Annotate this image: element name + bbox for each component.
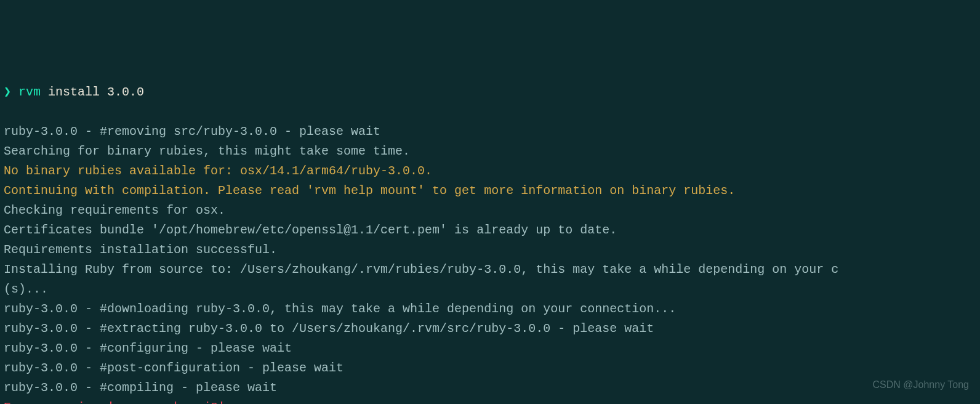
output-line: ruby-3.0.0 - #post-configuration - pleas… [4,361,343,375]
output-error: Error running '__rvm_make -j8', [4,400,233,404]
output-line: ruby-3.0.0 - #extracting ruby-3.0.0 to /… [4,321,654,336]
command-name: rvm [18,83,41,102]
output-line: ruby-3.0.0 - #compiling - please wait [4,381,277,395]
output-line: Checking requirements for osx. [4,203,225,217]
output-line: ruby-3.0.0 - #configuring - please wait [4,341,292,355]
command-args: install 3.0.0 [41,83,144,102]
prompt-char: ❯ [4,83,11,102]
prompt-line: ❯ rvm install 3.0.0 [4,83,976,102]
output-line: Searching for binary rubies, this might … [4,144,410,158]
output-line: ruby-3.0.0 - #downloading ruby-3.0.0, th… [4,302,676,316]
watermark: CSDN @Johnny Tong [873,377,969,393]
output-line: ruby-3.0.0 - #removing src/ruby-3.0.0 - … [4,124,380,139]
terminal-output[interactable]: ❯ rvm install 3.0.0 ruby-3.0.0 - #removi… [4,83,976,404]
output-line: Requirements installation successful. [4,243,277,257]
output-line: Certificates bundle '/opt/homebrew/etc/o… [4,223,617,237]
output-warning: No binary rubies available for: osx/14.1… [4,164,432,178]
output-line: (s)... [4,282,48,296]
output-warning: Continuing with compilation. Please read… [4,184,735,198]
output-line: Installing Ruby from source to: /Users/z… [4,262,838,277]
